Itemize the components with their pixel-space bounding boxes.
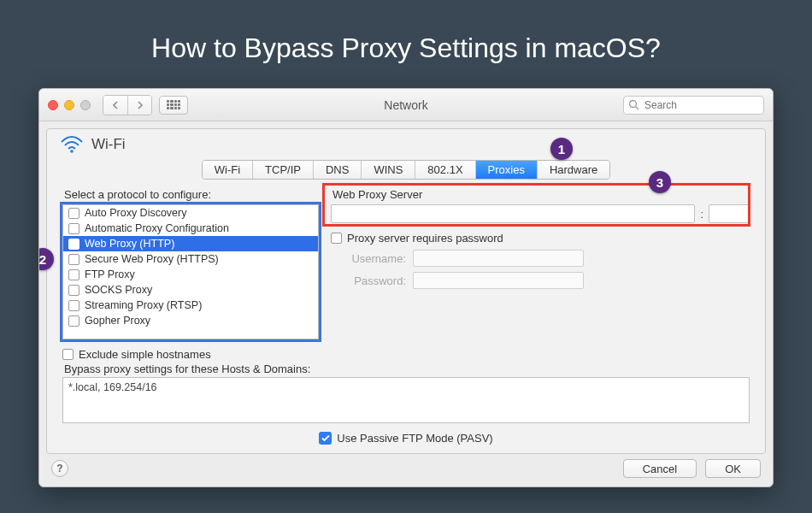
page-title: How to Bypass Proxy Settings in macOS?: [0, 0, 812, 88]
username-label: Username:: [331, 252, 406, 265]
protocol-item-streaming-proxy[interactable]: Streaming Proxy (RTSP): [63, 298, 318, 313]
bypass-textarea[interactable]: *.local, 169.254/16: [62, 377, 750, 423]
protocol-list-wrap: Auto Proxy Discovery Automatic Proxy Con…: [62, 204, 319, 339]
tab-tcpip[interactable]: TCP/IP: [252, 161, 313, 179]
annotation-badge-2: 2: [38, 248, 54, 270]
tab-dns[interactable]: DNS: [313, 161, 361, 179]
annotation-badge-3: 3: [649, 171, 671, 193]
proxy-host-input[interactable]: [331, 204, 695, 223]
search-input[interactable]: [623, 96, 764, 115]
wifi-header: Wi-Fi: [47, 134, 765, 156]
password-row: Password:: [331, 272, 750, 289]
server-label: Web Proxy Server: [332, 188, 750, 201]
help-button[interactable]: ?: [51, 460, 68, 477]
checkbox-icon[interactable]: [68, 254, 79, 265]
username-row: Username:: [331, 250, 750, 267]
exclude-label: Exclude simple hostnames: [79, 348, 211, 361]
checkbox-icon[interactable]: [68, 285, 79, 296]
tabs: Wi-Fi TCP/IP DNS WINS 802.1X Proxies Har…: [202, 160, 611, 180]
wifi-label: Wi-Fi: [91, 136, 126, 153]
svg-point-2: [70, 150, 74, 153]
check-icon: [321, 434, 330, 442]
protocol-item-label: FTP Proxy: [85, 268, 135, 280]
tab-wifi[interactable]: Wi-Fi: [203, 161, 252, 179]
pasv-label: Use Passive FTP Mode (PASV): [337, 432, 492, 445]
cancel-button[interactable]: Cancel: [623, 459, 697, 478]
exclude-row: Exclude simple hostnames: [62, 348, 765, 361]
checkbox-icon[interactable]: [68, 315, 79, 327]
network-window: Network Wi-Fi 1 Wi-Fi TCP/IP DNS WINS 80…: [38, 88, 774, 487]
protocol-item-socks-proxy[interactable]: SOCKS Proxy: [63, 282, 318, 298]
checkbox-icon[interactable]: [68, 269, 79, 280]
protocol-item-label: Streaming Proxy (RTSP): [85, 299, 202, 311]
colon-separator: :: [700, 208, 703, 221]
server-section: 3 Web Proxy Server :: [331, 188, 750, 223]
checkbox-icon[interactable]: [68, 208, 79, 219]
protocol-item-label: Auto Proxy Discovery: [85, 207, 186, 219]
right-column: 3 Web Proxy Server : Proxy server requir…: [331, 188, 750, 339]
server-row: :: [331, 204, 750, 223]
svg-point-0: [630, 100, 637, 107]
protocol-item-web-proxy[interactable]: Web Proxy (HTTP): [63, 236, 318, 251]
wifi-icon: [61, 136, 83, 153]
protocol-item-label: Gopher Proxy: [85, 315, 150, 327]
footer: ? Cancel OK: [39, 454, 773, 486]
protocol-item-secure-web-proxy[interactable]: Secure Web Proxy (HTTPS): [63, 251, 318, 267]
password-input[interactable]: [413, 272, 584, 289]
left-column: Select a protocol to configure: Auto Pro…: [62, 188, 319, 339]
annotation-badge-1: 1: [550, 138, 573, 160]
protocol-item-label: SOCKS Proxy: [85, 284, 152, 296]
protocol-item-auto-discovery[interactable]: Auto Proxy Discovery: [63, 205, 318, 221]
password-label: Password:: [331, 274, 406, 287]
requires-password-row: Proxy server requires password: [331, 232, 750, 245]
pasv-checkbox[interactable]: [319, 432, 332, 445]
tab-proxies[interactable]: Proxies: [475, 161, 537, 179]
ok-button[interactable]: OK: [705, 459, 761, 478]
search-icon: [628, 99, 639, 110]
titlebar: Network: [39, 89, 773, 121]
requires-password-checkbox[interactable]: [331, 233, 342, 244]
checkbox-icon[interactable]: [68, 239, 79, 250]
exclude-checkbox[interactable]: [62, 349, 74, 360]
proxy-port-input[interactable]: [709, 204, 750, 223]
protocol-item-label: Secure Web Proxy (HTTPS): [85, 253, 219, 265]
protocol-item-gopher-proxy[interactable]: Gopher Proxy: [63, 313, 318, 328]
requires-password-label: Proxy server requires password: [347, 232, 503, 245]
checkbox-icon[interactable]: [68, 300, 79, 311]
tab-wins[interactable]: WINS: [361, 161, 415, 179]
content-area: 2 Select a protocol to configure: Auto P…: [47, 188, 765, 343]
protocol-label: Select a protocol to configure:: [64, 188, 319, 201]
protocol-item-label: Web Proxy (HTTP): [85, 238, 174, 250]
protocol-item-label: Automatic Proxy Configuration: [85, 222, 229, 234]
settings-sheet: Wi-Fi 1 Wi-Fi TCP/IP DNS WINS 802.1X Pro…: [46, 128, 766, 454]
checkbox-icon[interactable]: [68, 223, 79, 234]
search-wrap: [623, 96, 764, 115]
username-input[interactable]: [413, 250, 584, 267]
bypass-label: Bypass proxy settings for these Hosts & …: [64, 363, 765, 375]
tab-8021x[interactable]: 802.1X: [415, 161, 474, 179]
protocol-item-ftp-proxy[interactable]: FTP Proxy: [63, 267, 318, 282]
protocol-item-auto-config[interactable]: Automatic Proxy Configuration: [63, 221, 318, 236]
protocol-list[interactable]: Auto Proxy Discovery Automatic Proxy Con…: [62, 204, 319, 339]
pasv-row: Use Passive FTP Mode (PASV): [47, 423, 765, 453]
svg-line-1: [636, 106, 639, 109]
tab-hardware[interactable]: Hardware: [537, 161, 609, 179]
